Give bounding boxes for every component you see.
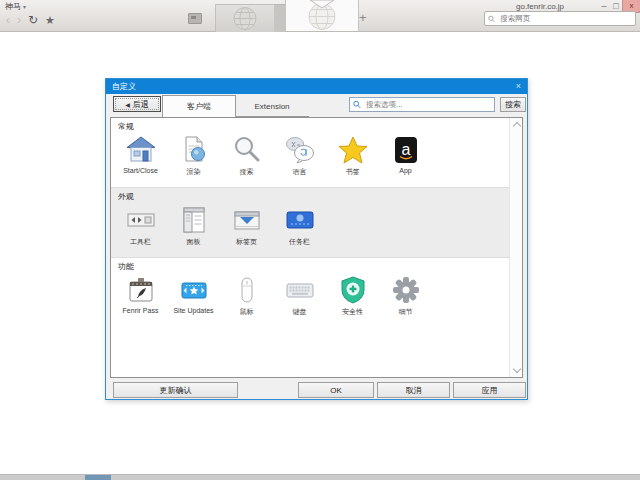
option-label: 渲染 — [167, 167, 220, 177]
option-item-keyboard[interactable]: 键盘 — [273, 274, 326, 317]
maximize-button[interactable]: □ — [611, 1, 621, 11]
option-item-start-close[interactable]: Start/Close — [114, 134, 167, 177]
option-item-mouse[interactable]: 鼠标 — [220, 274, 273, 317]
option-label: Start/Close — [114, 167, 167, 174]
option-label: 工具栏 — [114, 237, 167, 247]
web-search-box[interactable] — [484, 11, 636, 26]
options-list: 常规 Start/Close — [110, 117, 523, 378]
section-title: 常规 — [118, 121, 509, 132]
option-item-bookmarks[interactable]: 书签 — [326, 134, 379, 177]
tabs-icon — [231, 204, 263, 236]
option-item-toolbar[interactable]: 工具栏 — [114, 204, 167, 247]
option-item-site-updates[interactable]: Site Updates — [167, 274, 220, 317]
option-label: App — [379, 167, 432, 174]
option-item-search[interactable]: 搜索 — [220, 134, 273, 177]
option-label: 鼠标 — [220, 307, 273, 317]
option-item-app[interactable]: a App — [379, 134, 432, 177]
forward-button[interactable]: › — [17, 13, 21, 27]
cancel-button[interactable]: 取消 — [377, 382, 450, 398]
tab-client[interactable]: 客户端 — [162, 95, 236, 117]
back-arrow-icon: ◀ — [125, 101, 130, 108]
option-label: 标签页 — [220, 237, 273, 247]
status-strip-segment — [85, 475, 111, 480]
section-title: 外观 — [118, 191, 509, 202]
search-icon — [353, 100, 361, 109]
dialog-back-button[interactable]: ◀ 后退 — [113, 96, 161, 112]
security-shield-icon — [337, 274, 369, 306]
option-label: 键盘 — [273, 307, 326, 317]
vertical-scrollbar[interactable] — [509, 118, 522, 377]
option-item-security[interactable]: 安全性 — [326, 274, 379, 317]
dialog-title: 自定义 — [112, 81, 136, 92]
chevron-down-icon: ▾ — [23, 4, 26, 10]
option-label: 安全性 — [326, 307, 379, 317]
app-menu-button[interactable]: 神马▾ — [5, 1, 26, 12]
keyboard-icon — [284, 274, 316, 306]
fenrir-pass-icon — [125, 274, 157, 306]
magnifier-icon — [231, 134, 263, 166]
site-updates-icon — [178, 274, 210, 306]
panel-icon — [178, 204, 210, 236]
details-gear-icon — [390, 274, 422, 306]
bookmark-star-icon — [337, 134, 369, 166]
browser-tab-active[interactable] — [285, 0, 359, 31]
options-search-box[interactable] — [349, 97, 495, 112]
option-label: 任务栏 — [273, 237, 326, 247]
scroll-down-icon[interactable] — [512, 365, 520, 373]
options-search-input[interactable] — [364, 99, 491, 110]
tab-stack-edge — [274, 4, 285, 32]
option-item-fenrir-pass[interactable]: Fenrir Pass — [114, 274, 167, 317]
option-label: 书签 — [326, 167, 379, 177]
status-strip — [0, 474, 640, 480]
option-label: 语言 — [273, 167, 326, 177]
update-check-button[interactable]: 更新确认 — [113, 382, 238, 398]
option-label: Site Updates — [167, 307, 220, 314]
back-button[interactable]: ‹ — [6, 13, 10, 27]
scroll-up-icon[interactable] — [512, 122, 520, 130]
option-label: 面板 — [167, 237, 220, 247]
option-item-tabs[interactable]: 标签页 — [220, 204, 273, 247]
section-appearance: 外观 工具栏 — [111, 187, 509, 258]
minimize-button[interactable]: – — [599, 1, 609, 11]
option-item-language[interactable]: 语言 — [273, 134, 326, 177]
web-search-input[interactable] — [498, 13, 632, 24]
option-item-taskbar[interactable]: 任务栏 — [273, 204, 326, 247]
page-url: go.fenrir.co.jp — [516, 2, 564, 11]
search-icon — [488, 15, 495, 23]
option-item-panel[interactable]: 面板 — [167, 204, 220, 247]
option-label: Fenrir Pass — [114, 307, 167, 314]
render-icon — [178, 134, 210, 166]
app-icon: a — [390, 134, 422, 166]
reload-button[interactable]: ↻ — [28, 13, 38, 27]
language-icon — [284, 134, 316, 166]
section-features: 功能 Fenrir Pass — [111, 258, 509, 330]
toolbar-icon — [125, 204, 157, 236]
browser-chrome: 神马▾ ‹ › ↻ ★ + go.fenrir.co.jp – □ x — [0, 0, 640, 32]
dialog-close-icon[interactable]: × — [516, 80, 521, 93]
dialog-titlebar[interactable]: 自定义 × — [106, 79, 527, 94]
taskbar-icon — [284, 204, 316, 236]
customize-dialog: 自定义 × ◀ 后退 客户端 Extension 搜索 常规 — [105, 78, 528, 400]
section-general: 常规 Start/Close — [111, 118, 509, 187]
home-icon — [125, 134, 157, 166]
option-item-details[interactable]: 细节 — [379, 274, 432, 317]
apply-button[interactable]: 应用 — [453, 382, 526, 398]
screen: 神马▾ ‹ › ↻ ★ + go.fenrir.co.jp – □ x — [0, 0, 640, 480]
globe-thumbnail-icon — [223, 6, 267, 31]
bookmark-star-button[interactable]: ★ — [45, 13, 55, 27]
dialog-back-label: 后退 — [133, 99, 149, 110]
option-label: 搜索 — [220, 167, 273, 177]
ok-button[interactable]: OK — [298, 382, 374, 398]
options-search-button[interactable]: 搜索 — [500, 97, 526, 112]
svg-text:a: a — [401, 141, 410, 158]
section-title: 功能 — [118, 261, 509, 272]
app-menu-label: 神马 — [5, 2, 21, 11]
browser-tab-inactive[interactable] — [215, 4, 275, 33]
new-tab-button[interactable]: + — [359, 10, 367, 25]
tab-list-icon[interactable] — [188, 13, 202, 24]
option-item-render[interactable]: 渲染 — [167, 134, 220, 177]
active-tab-notch — [310, 0, 334, 9]
option-label: 细节 — [379, 307, 432, 317]
tab-extension[interactable]: Extension — [235, 97, 309, 117]
nav-toolbar: ‹ › ↻ ★ — [6, 12, 55, 28]
